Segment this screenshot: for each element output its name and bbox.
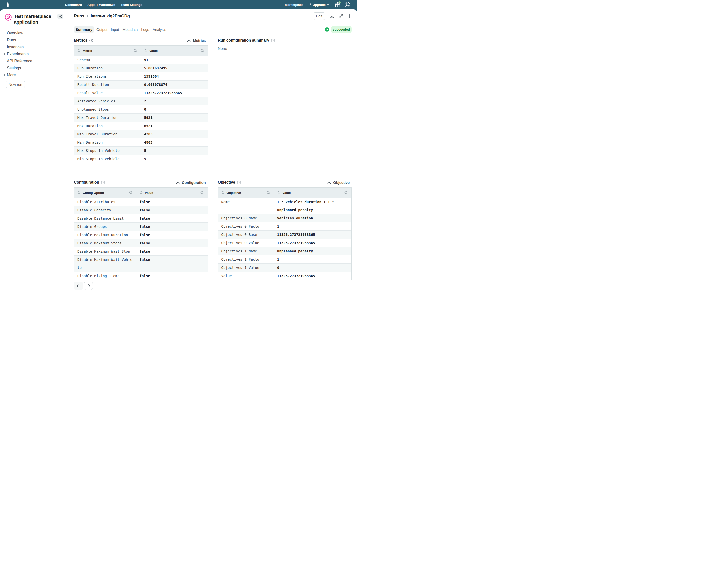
sidebar-menu-item[interactable]: Instances	[1, 44, 68, 51]
sidebar-menu-item[interactable]: Settings	[1, 65, 68, 72]
top-nav-item[interactable]: Dashboard	[65, 3, 82, 7]
configuration-header-option[interactable]: Config Option	[74, 188, 136, 197]
config-value-cell: false	[136, 214, 208, 222]
app-cube-icon	[5, 14, 12, 22]
sort-icon[interactable]	[140, 191, 143, 194]
configuration-title: Configuration	[74, 180, 99, 185]
sidebar-menu-item[interactable]: API Reference	[1, 58, 68, 65]
table-row: Min Duration 4803	[74, 138, 208, 146]
breadcrumb-row: Runs latest-a_dq2PmGDg Edit	[74, 9, 352, 23]
next-page-button[interactable]	[84, 281, 93, 290]
table-row: Objectives 0 Factor 1	[218, 222, 352, 230]
sidebar-menu-item[interactable]: More	[1, 72, 68, 79]
top-nav-item[interactable]: Apps + Workflows	[87, 3, 115, 7]
config-option-cell: Disable Distance Limit	[74, 214, 136, 222]
tab[interactable]: Output	[97, 26, 107, 33]
lightning-icon	[309, 3, 311, 6]
table-row: Unplanned Stops 0	[74, 105, 208, 113]
chevron-right-icon	[4, 74, 5, 77]
sort-icon[interactable]	[78, 191, 81, 194]
edit-button[interactable]: Edit	[313, 13, 325, 20]
config-option-cell: Disable Maximum Duration	[74, 231, 136, 239]
table-row: Disable Groups false	[74, 222, 208, 231]
metric-value-cell: 0	[141, 105, 208, 113]
metric-name-cell: Schema	[74, 56, 141, 64]
sort-icon[interactable]	[221, 191, 224, 194]
table-row: Disable Maximum Wait Vehicle false	[74, 255, 208, 272]
config-option-cell: Disable Attributes	[74, 198, 136, 206]
top-nav-item[interactable]: Team Settings	[121, 3, 142, 7]
table-row: Disable Distance Limit false	[74, 214, 208, 222]
sort-icon[interactable]	[277, 191, 280, 194]
download-objective-link[interactable]: Objective	[327, 180, 350, 185]
add-icon[interactable]	[347, 14, 352, 19]
configuration-header-value[interactable]: Value	[136, 188, 208, 197]
status-badge: succeeded	[331, 26, 352, 33]
metrics-header-metric[interactable]: Metric	[74, 46, 141, 56]
objective-title: Objective	[218, 180, 235, 185]
copy-link-icon[interactable]	[338, 14, 343, 19]
help-icon[interactable]	[101, 181, 105, 184]
objective-value-cell: 11325.273721933365	[274, 239, 351, 247]
help-icon[interactable]	[237, 181, 241, 184]
table-row: Disable Mixing Items false	[74, 272, 208, 280]
tab[interactable]: Input	[111, 26, 119, 33]
objective-name-cell: Value	[218, 272, 274, 280]
download-metrics-link[interactable]: Metrics	[187, 39, 206, 43]
metric-name-cell: Min Travel Duration	[74, 130, 141, 138]
metrics-title: Metrics	[74, 38, 87, 43]
objective-section: Objective Objective Objective	[218, 174, 352, 290]
sort-icon[interactable]	[78, 49, 81, 52]
search-icon[interactable]	[267, 191, 270, 194]
new-run-button[interactable]: New run	[6, 81, 25, 88]
table-row: Result Duration 0.003078874	[74, 80, 208, 89]
tab[interactable]: Logs	[141, 26, 149, 33]
metric-name-cell: Max Duration	[74, 122, 141, 130]
search-icon[interactable]	[134, 49, 137, 52]
sidebar-collapse-button[interactable]	[58, 14, 63, 19]
metric-value-cell: 0.003078874	[141, 81, 208, 89]
chevron-right-icon	[4, 53, 5, 56]
user-avatar-icon[interactable]	[344, 2, 350, 7]
run-config-summary-value: None	[218, 46, 352, 51]
sidebar-menu: Overview Runs Instances	[1, 30, 68, 79]
help-icon[interactable]	[271, 39, 275, 42]
download-configuration-link[interactable]: Configuration	[176, 180, 206, 185]
table-row: Name 1 * vehicles_duration + 1 * unplann…	[218, 198, 352, 214]
search-icon[interactable]	[201, 49, 204, 52]
search-icon[interactable]	[201, 191, 204, 194]
objective-name-cell: Objectives 1 Factor	[218, 255, 274, 263]
nextmv-logo-icon	[6, 2, 10, 7]
help-icon[interactable]	[89, 39, 93, 42]
config-value-cell: false	[136, 223, 208, 231]
upgrade-button[interactable]: Upgrade	[309, 3, 329, 7]
marketplace-link[interactable]: Marketplace	[285, 3, 303, 7]
search-icon[interactable]	[129, 191, 133, 194]
sort-icon[interactable]	[144, 49, 147, 52]
objective-value-cell: vehicles_duration	[274, 214, 351, 222]
objective-name-cell: Objectives 0 Base	[218, 231, 274, 238]
search-icon[interactable]	[344, 191, 348, 194]
breadcrumb-runs-link[interactable]: Runs	[74, 14, 84, 19]
sidebar-menu-item[interactable]: Runs	[1, 37, 68, 44]
table-pagination	[74, 281, 208, 290]
tab[interactable]: Summary	[74, 26, 94, 33]
sidebar-menu-item[interactable]: Overview	[1, 30, 68, 37]
sidebar: Test marketplace application Overview	[1, 9, 68, 294]
metric-name-cell: Max Stops In Vehicle	[74, 147, 141, 154]
tab[interactable]: Analysis	[153, 26, 166, 33]
tabs: SummaryOutputInputMetadataLogsAnalysis s…	[74, 26, 352, 33]
objective-header-value[interactable]: Value	[274, 188, 351, 197]
gift-icon[interactable]	[335, 2, 340, 7]
main-content: Runs latest-a_dq2PmGDg Edit	[68, 9, 356, 294]
table-row: Result Value 11325.273721933365	[74, 89, 208, 97]
table-row: Value 11325.273721933365	[218, 272, 352, 280]
previous-page-button[interactable]	[74, 281, 83, 290]
run-status: succeeded	[325, 26, 352, 33]
metrics-header-value[interactable]: Value	[141, 46, 208, 56]
table-row: Max Duration 6521	[74, 122, 208, 130]
sidebar-menu-item[interactable]: Experiments	[1, 51, 68, 58]
download-run-icon[interactable]	[329, 14, 334, 19]
objective-header-objective[interactable]: Objective	[218, 188, 274, 197]
tab[interactable]: Metadata	[122, 26, 138, 33]
